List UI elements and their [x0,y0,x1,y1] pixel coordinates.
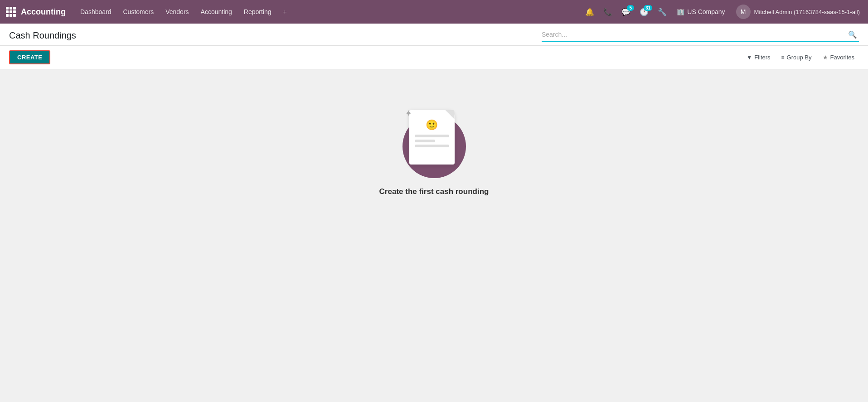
search-container: 🔍 [542,29,859,42]
page-title-row: Cash Roundings 🔍 [9,29,859,45]
nav-customers[interactable]: Customers [118,5,160,18]
phone-button[interactable]: 📞 [601,6,615,18]
company-name: US Company [687,8,725,15]
user-menu[interactable]: M Mitchell Admin (17163784-saas-15-1-all… [732,3,863,21]
nav-accounting[interactable]: Accounting [195,5,238,18]
navbar-actions: 🔔 📞 💬 5 🕐 31 🔧 🏢 US Company M Mitchell A… [582,3,863,21]
doc-line-1 [415,135,449,137]
page-header: Cash Roundings 🔍 [0,24,868,46]
nav-vendors[interactable]: Vendors [160,5,194,18]
nav-reporting[interactable]: Reporting [238,5,277,18]
smiley-icon: 🙂 [426,119,438,131]
page-title: Cash Roundings [9,30,76,41]
filter-icon: ▼ [747,54,752,61]
search-input[interactable] [542,29,846,40]
building-icon: 🏢 [677,8,684,15]
messages-badge: 5 [627,5,634,11]
bell-icon: 🔔 [585,8,594,16]
search-button[interactable]: 🔍 [846,29,859,40]
empty-message: Create the first cash rounding [379,187,489,196]
star-icon: ★ [823,54,828,61]
wrench-icon: 🔧 [658,8,667,16]
messages-button[interactable]: 💬 5 [619,6,633,18]
favorites-button[interactable]: ★ Favorites [818,52,859,63]
settings-button[interactable]: 🔧 [655,6,669,18]
main-nav: Dashboard Customers Vendors Accounting R… [75,5,581,18]
favorites-label: Favorites [830,54,854,61]
doc-line-2 [415,140,436,142]
avatar: M [736,5,751,19]
user-name: Mitchell Admin (17163784-saas-15-1-all) [754,9,860,15]
filter-actions: ▼ Filters ≡ Group By ★ Favorites [742,52,859,63]
nav-plus[interactable]: + [278,5,292,18]
grid-icon [6,7,16,17]
toolbar: CREATE ▼ Filters ≡ Group By ★ Favorites [0,46,868,69]
empty-state: 🙂 ✦ Create the first cash rounding [0,69,868,232]
filters-label: Filters [754,54,770,61]
notifications-button[interactable]: 🔔 [582,6,597,18]
create-button[interactable]: CREATE [9,50,50,64]
search-icon: 🔍 [848,31,857,39]
sparkle-icon: ✦ [405,108,412,119]
company-selector[interactable]: 🏢 US Company [673,6,728,17]
group-by-label: Group By [787,54,812,61]
navbar: Accounting Dashboard Customers Vendors A… [0,0,868,24]
nav-dashboard[interactable]: Dashboard [75,5,117,18]
doc-lines [415,135,449,147]
filters-button[interactable]: ▼ Filters [742,52,775,63]
activity-button[interactable]: 🕐 31 [637,6,651,18]
phone-icon: 📞 [603,8,612,16]
doc-corner [446,110,455,119]
doc-line-3 [415,145,449,147]
empty-illustration: 🙂 ✦ [398,106,470,178]
group-by-button[interactable]: ≡ Group By [777,52,816,63]
empty-document: 🙂 [409,110,455,165]
app-brand[interactable]: Accounting [21,7,66,17]
group-by-icon: ≡ [781,54,785,61]
activity-badge: 31 [644,5,652,11]
main-content: Cash Roundings 🔍 CREATE ▼ Filters ≡ Grou… [0,24,868,402]
apps-menu-button[interactable] [5,5,17,18]
